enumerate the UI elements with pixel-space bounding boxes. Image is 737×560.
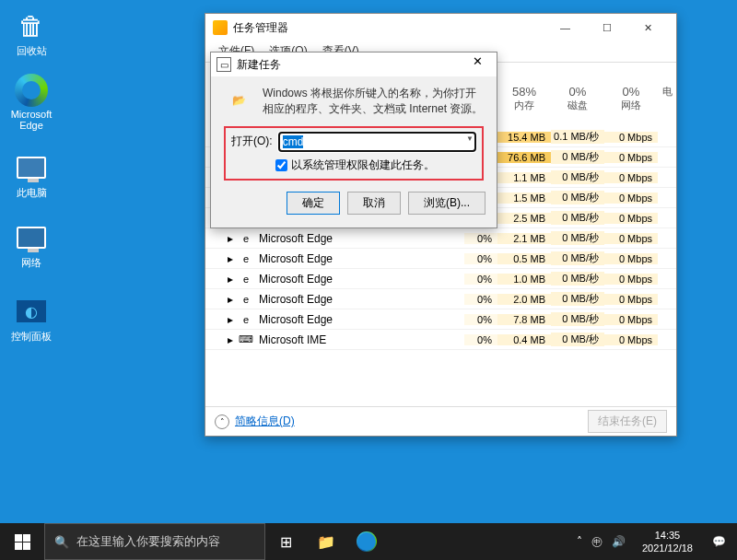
search-icon: 🔍 (54, 535, 69, 549)
search-placeholder: 在这里输入你要搜索的内容 (76, 533, 220, 550)
desktop-icon-pc[interactable]: 此电脑 (9, 151, 53, 200)
process-row[interactable]: ▸eMicrosoft Edge0%2.1 MB0 MB/秒0 Mbps (205, 228, 676, 249)
process-row[interactable]: ▸⌨Microsoft IME0%0.4 MB0 MB/秒0 Mbps (205, 330, 676, 350)
task-view-button[interactable]: ⊞ (265, 523, 306, 560)
taskbar: 🔍 在这里输入你要搜索的内容 ⊞ 📁 ˄ ㊥ 🔊 14:35 2021/12/1… (0, 523, 737, 560)
windows-logo-icon (15, 534, 30, 550)
run-app-icon: 📂 (224, 86, 253, 115)
dialog-titlebar[interactable]: ▭ 新建任务 ✕ (211, 52, 497, 76)
brief-info-link[interactable]: 简略信息(D) (235, 414, 295, 429)
clock[interactable]: 14:35 2021/12/18 (635, 529, 700, 555)
explorer-button[interactable]: 📁 (306, 523, 346, 560)
recycle-bin-icon: 🗑 (15, 9, 48, 42)
highlighted-area: 打开(O): ▼ 以系统管理权限创建此任务。 (224, 126, 484, 181)
details-toggle-icon[interactable]: ˄ (215, 414, 229, 429)
notification-button[interactable]: 💬 (700, 535, 737, 548)
close-button[interactable]: ✕ (463, 54, 491, 75)
col-memory[interactable]: 58%内存 (497, 81, 551, 122)
close-button[interactable]: ✕ (627, 15, 669, 41)
icon-label: 回收站 (9, 44, 53, 58)
network-icon (15, 221, 48, 254)
open-input[interactable] (278, 132, 476, 152)
browse-button[interactable]: 浏览(B)... (408, 192, 485, 215)
icon-label: 此电脑 (9, 186, 53, 200)
pc-icon (15, 151, 48, 184)
ok-button[interactable]: 确定 (287, 192, 340, 215)
chevron-up-icon[interactable]: ˄ (577, 535, 582, 548)
process-row[interactable]: ▸eMicrosoft Edge0%7.8 MB0 MB/秒0 Mbps (205, 309, 676, 330)
desktop-icon-recycle[interactable]: 🗑 回收站 (9, 9, 53, 58)
admin-checkbox[interactable] (275, 159, 287, 171)
process-row[interactable]: ▸eMicrosoft Edge0%2.0 MB0 MB/秒0 Mbps (205, 289, 676, 309)
run-icon: ▭ (216, 57, 231, 72)
admin-checkbox-label: 以系统管理权限创建此任务。 (291, 158, 435, 173)
icon-label: Microsoft Edge (9, 109, 53, 131)
dropdown-icon[interactable]: ▼ (466, 134, 474, 143)
col-power[interactable]: 电 (658, 81, 676, 122)
icon-label: 网络 (9, 256, 53, 270)
maximize-button[interactable]: ☐ (586, 15, 627, 41)
system-tray[interactable]: ˄ ㊥ 🔊 (567, 534, 635, 550)
desktop-icon-edge[interactable]: Microsoft Edge (9, 74, 53, 131)
desktop-icon-network[interactable]: 网络 (9, 221, 53, 270)
dialog-description: Windows 将根据你所键入的名称，为你打开相应的程序、文件夹、文档或 Int… (263, 86, 484, 117)
date-text: 2021/12/18 (642, 542, 693, 554)
start-button[interactable] (0, 523, 44, 560)
edge-icon (15, 74, 48, 107)
desktop-icon-control[interactable]: ◐ 控制面板 (9, 295, 53, 344)
col-network[interactable]: 0%网络 (604, 81, 658, 122)
control-panel-icon: ◐ (15, 295, 48, 328)
window-title: 任务管理器 (233, 20, 288, 36)
open-label: 打开(O): (231, 134, 273, 149)
icon-label: 控制面板 (9, 330, 53, 344)
titlebar[interactable]: 任务管理器 — ☐ ✕ (205, 14, 676, 41)
app-icon (213, 20, 228, 35)
volume-icon[interactable]: 🔊 (612, 535, 626, 548)
process-row[interactable]: ▸eMicrosoft Edge0%0.5 MB0 MB/秒0 Mbps (205, 249, 676, 269)
minimize-button[interactable]: — (544, 15, 586, 41)
dialog-title: 新建任务 (237, 57, 281, 73)
end-task-button[interactable]: 结束任务(E) (588, 410, 667, 433)
col-disk[interactable]: 0%磁盘 (551, 81, 604, 122)
edge-button[interactable] (346, 523, 387, 560)
search-box[interactable]: 🔍 在这里输入你要搜索的内容 (44, 523, 265, 560)
process-row[interactable]: ▸eMicrosoft Edge0%1.0 MB0 MB/秒0 Mbps (205, 269, 676, 289)
ime-icon[interactable]: ㊥ (591, 534, 602, 550)
time-text: 14:35 (642, 529, 693, 542)
run-dialog: ▭ 新建任务 ✕ 📂 Windows 将根据你所键入的名称，为你打开相应的程序、… (210, 52, 497, 228)
cancel-button[interactable]: 取消 (347, 192, 401, 215)
open-combobox[interactable]: ▼ (278, 132, 476, 152)
